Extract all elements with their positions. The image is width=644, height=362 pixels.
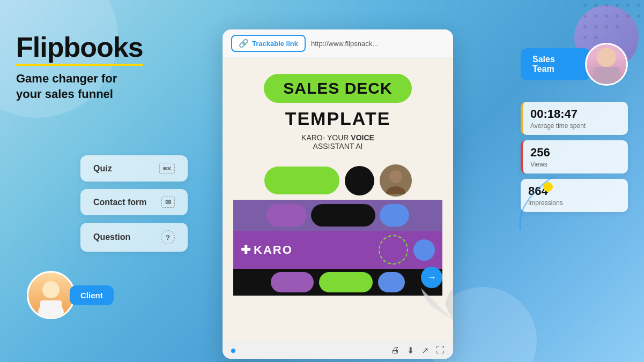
svg-point-2 bbox=[605, 4, 608, 7]
progress-dot bbox=[231, 349, 235, 353]
karo-row: ✚ KARO bbox=[233, 231, 442, 269]
purple-oval-sm bbox=[271, 272, 314, 292]
question-button[interactable]: Question ? bbox=[80, 223, 188, 252]
bottom-icons: 🖨 ⬇ ↗ ⛶ bbox=[391, 345, 445, 356]
left-section: Flipbooks Game changer foryour sales fun… bbox=[16, 32, 220, 102]
flipbook-bottom-bar: 🖨 ⬇ ↗ ⛶ bbox=[223, 342, 453, 359]
sales-team-badge: Sales Team bbox=[521, 43, 628, 86]
question-label: Question bbox=[93, 232, 130, 242]
stat-time-value: 00:18:47 bbox=[530, 107, 620, 121]
svg-point-13 bbox=[594, 25, 597, 28]
svg-point-21 bbox=[389, 170, 402, 183]
stat-views-label: Views bbox=[530, 161, 620, 168]
green-circle-dashed bbox=[379, 235, 408, 265]
svg-point-15 bbox=[616, 25, 619, 28]
client-badge: Client bbox=[27, 271, 114, 319]
question-icon: ? bbox=[161, 230, 175, 244]
sales-team-avatar bbox=[585, 43, 628, 86]
link-icon: 🔗 bbox=[239, 39, 249, 48]
client-avatar bbox=[27, 271, 75, 319]
black-circle-1 bbox=[345, 166, 374, 195]
stat-card-time: 00:18:47 Average time spent bbox=[521, 102, 628, 135]
svg-point-6 bbox=[583, 14, 587, 18]
stat-views-value: 256 bbox=[530, 146, 620, 160]
blue-circle-sm bbox=[413, 239, 435, 261]
blue-oval-sm bbox=[378, 272, 405, 292]
svg-point-9 bbox=[616, 14, 619, 18]
client-label: Client bbox=[70, 285, 114, 305]
svg-point-12 bbox=[583, 25, 587, 28]
green-oval-1 bbox=[264, 167, 339, 194]
flipbook-content: SALES DECK TEMPLATE KARO- YOUR VOICEASSI… bbox=[223, 58, 453, 342]
quiz-icon: ≡× bbox=[159, 163, 175, 174]
client-person-svg bbox=[29, 275, 72, 318]
svg-point-14 bbox=[605, 25, 608, 28]
karo-logo: ✚ KARO bbox=[241, 243, 293, 257]
svg-point-3 bbox=[616, 4, 619, 7]
contact-form-label: Contact form bbox=[93, 198, 147, 207]
quiz-label: Quiz bbox=[93, 164, 112, 174]
app-subtitle: Game changer foryour sales funnel bbox=[16, 71, 220, 102]
svg-point-8 bbox=[605, 14, 608, 18]
svg-point-4 bbox=[626, 4, 630, 7]
quiz-button[interactable]: Quiz ≡× bbox=[80, 155, 188, 182]
print-icon[interactable]: 🖨 bbox=[391, 345, 399, 356]
stat-card-views: 256 Views bbox=[521, 140, 628, 174]
page-curl bbox=[421, 288, 453, 320]
purple-oval bbox=[267, 204, 307, 227]
deck-title: TEMPLATE bbox=[285, 108, 391, 129]
svg-point-5 bbox=[637, 4, 640, 7]
fullscreen-icon[interactable]: ⛶ bbox=[436, 345, 445, 356]
svg-point-23 bbox=[597, 48, 616, 67]
share-icon[interactable]: ↗ bbox=[421, 345, 428, 356]
contact-form-icon: ✉ bbox=[161, 197, 175, 208]
blue-oval bbox=[380, 204, 409, 227]
person-circle bbox=[380, 164, 412, 197]
svg-point-10 bbox=[626, 14, 630, 18]
sales-team-label: Sales Team bbox=[521, 48, 590, 80]
url-display: http://www.flipsnack... bbox=[311, 40, 445, 48]
stat-time-label: Average time spent bbox=[530, 122, 620, 130]
svg-point-16 bbox=[583, 36, 587, 39]
svg-point-0 bbox=[583, 4, 587, 7]
karo-brand-text: KARO bbox=[254, 243, 293, 257]
left-buttons-container: Quiz ≡× Contact form ✉ Question ? bbox=[80, 155, 188, 252]
app-title: Flipbooks bbox=[16, 32, 220, 66]
svg-point-17 bbox=[594, 36, 597, 39]
svg-point-11 bbox=[637, 14, 640, 18]
svg-point-1 bbox=[594, 4, 597, 7]
circles-section: ✚ KARO bbox=[233, 161, 442, 296]
contact-form-button[interactable]: Contact form ✉ bbox=[80, 189, 188, 215]
flipbook-panel: 🔗 Trackable link http://www.flipsnack...… bbox=[223, 29, 453, 359]
svg-point-18 bbox=[42, 281, 60, 298]
svg-rect-25 bbox=[593, 67, 620, 83]
flipbook-toolbar: 🔗 Trackable link http://www.flipsnack... bbox=[223, 29, 453, 58]
green-oval-2 bbox=[319, 272, 373, 292]
trackable-link-label: Trackable link bbox=[252, 40, 298, 48]
svg-rect-20 bbox=[40, 300, 62, 312]
svg-point-22 bbox=[386, 186, 405, 194]
black-oval-wide bbox=[311, 204, 375, 227]
next-arrow-button[interactable]: → bbox=[421, 267, 442, 288]
svg-point-7 bbox=[594, 14, 597, 18]
sales-badge: SALES DECK bbox=[264, 74, 411, 103]
karo-plus-icon: ✚ bbox=[241, 243, 250, 257]
download-icon[interactable]: ⬇ bbox=[407, 345, 414, 356]
deck-subtitle: KARO- YOUR VOICEASSISTANT AI bbox=[301, 133, 374, 150]
trackable-link-button[interactable]: 🔗 Trackable link bbox=[231, 35, 306, 52]
